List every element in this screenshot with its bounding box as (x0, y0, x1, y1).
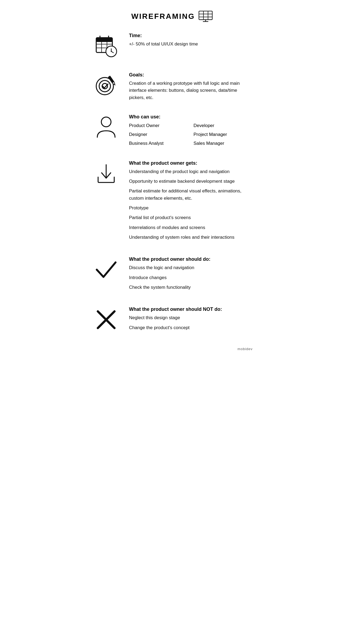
download-icon-col (91, 160, 121, 187)
goals-label: Goals: (129, 72, 253, 78)
who-can-use-list: Product Owner Developer Designer Project… (129, 122, 253, 147)
svg-point-25 (101, 117, 111, 127)
product-owner-should-section: What the product owner should do: Discus… (91, 256, 253, 294)
goals-icon-col (91, 72, 121, 98)
who-col2-item1: Developer (194, 122, 253, 130)
goals-content: Goals: Creation of a working prototype w… (129, 72, 253, 101)
goals-section: Goals: Creation of a working prototype w… (91, 72, 253, 101)
who-can-use-section: Who can use: Product Owner Developer Des… (91, 114, 253, 147)
should-item-3: Check the system functionality (129, 284, 253, 291)
svg-rect-8 (96, 38, 112, 42)
gets-item-5: Partial list of product's screens (129, 214, 253, 221)
who-col2-item2: Project Manager (194, 131, 253, 139)
product-owner-gets-label: What the product owner gets: (129, 160, 253, 166)
gets-item-4: Prototype (129, 205, 253, 212)
x-mark-icon (94, 308, 118, 333)
time-content: Time: +/- 50% of total UI/UX design time (129, 33, 253, 48)
gets-item-1: Understanding of the product logic and n… (129, 168, 253, 175)
who-col1-item1: Product Owner (129, 122, 188, 130)
who-col1-item2: Designer (129, 131, 188, 139)
who-can-use-label: Who can use: (129, 114, 253, 120)
download-tray-icon (94, 161, 118, 187)
person-icon-col (91, 114, 121, 140)
not-item-2: Change the product's concept (129, 324, 253, 331)
wireframe-icon (199, 11, 213, 22)
who-col2-item3: Sales Manager (194, 140, 253, 147)
svg-point-18 (111, 51, 112, 52)
product-owner-not-content: What the product owner should NOT do: Ne… (129, 307, 253, 334)
page-title: WIREFRAMING (91, 11, 253, 22)
gets-item-2: Opportunity to estimate backend developm… (129, 178, 253, 185)
product-owner-should-list: Discuss the logic and navigation Introdu… (129, 264, 253, 291)
brand-name: mobidev (238, 347, 253, 351)
product-owner-should-label: What the product owner should do: (129, 256, 253, 262)
who-can-use-content: Who can use: Product Owner Developer Des… (129, 114, 253, 147)
product-owner-not-section: What the product owner should NOT do: Ne… (91, 307, 253, 334)
product-owner-gets-content: What the product owner gets: Understandi… (129, 160, 253, 244)
not-item-1: Neglect this design stage (129, 314, 253, 321)
gets-item-6: Interrelations of modules and screens (129, 224, 253, 231)
time-label: Time: (129, 33, 253, 38)
should-item-1: Discuss the logic and navigation (129, 264, 253, 271)
footer: mobidev (91, 347, 253, 351)
person-icon (94, 115, 118, 140)
check-icon-col (91, 256, 121, 283)
svg-rect-0 (199, 11, 212, 20)
title-text: WIREFRAMING (131, 12, 195, 21)
time-icon-col (91, 33, 121, 59)
product-owner-gets-list: Understanding of the product logic and n… (129, 168, 253, 241)
product-owner-not-label: What the product owner should NOT do: (129, 307, 253, 312)
time-text: +/- 50% of total UI/UX design time (129, 41, 253, 48)
target-pencil-icon (94, 73, 118, 98)
product-owner-gets-section: What the product owner gets: Understandi… (91, 160, 253, 244)
product-owner-not-list: Neglect this design stage Change the pro… (129, 314, 253, 331)
x-icon-col (91, 307, 121, 333)
product-owner-should-content: What the product owner should do: Discus… (129, 256, 253, 294)
who-col1-item3: Business Analyst (129, 140, 188, 147)
calendar-clock-icon (94, 34, 118, 59)
should-item-2: Introduce changes (129, 274, 253, 281)
gets-item-3: Partial estimate for additional visual e… (129, 188, 253, 202)
time-section: Time: +/- 50% of total UI/UX design time (91, 33, 253, 59)
goals-text: Creation of a working prototype with ful… (129, 80, 253, 101)
gets-item-7: Understanding of system roles and their … (129, 234, 253, 241)
checkmark-icon (94, 258, 118, 283)
